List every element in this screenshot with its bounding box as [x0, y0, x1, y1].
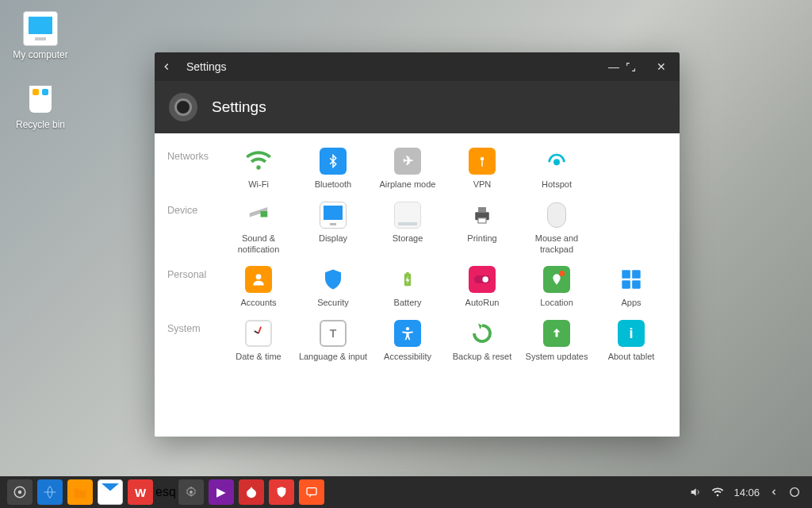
computer-icon [23, 11, 58, 46]
minimize-button[interactable]: — [602, 60, 626, 73]
taskbar-browser[interactable] [37, 479, 63, 505]
svg-rect-2 [261, 211, 268, 217]
system-tray: 14:06 [689, 486, 807, 498]
settings-content: Networks Wi-Fi Bluetooth [155, 133, 680, 437]
item-hotspot[interactable]: Hotspot [521, 144, 592, 194]
item-about[interactable]: i About tablet [596, 317, 667, 366]
info-icon: i [618, 320, 645, 347]
bluetooth-icon [320, 148, 347, 175]
clock-icon [245, 320, 272, 347]
item-label: Sound & notification [223, 233, 294, 256]
item-display[interactable]: Display [297, 198, 369, 259]
recycle-bin-icon [23, 81, 58, 116]
close-button[interactable]: ✕ [649, 60, 673, 73]
item-bluetooth[interactable]: Bluetooth [297, 144, 369, 194]
header-title: Settings [212, 98, 266, 116]
item-backup[interactable]: Backup & reset [446, 317, 518, 366]
svg-rect-11 [622, 271, 630, 279]
tray-clock[interactable]: 14:06 [733, 487, 760, 498]
item-accounts[interactable]: Accounts [223, 263, 294, 312]
taskbar: W esq ▶ 14:06 [0, 476, 812, 508]
desktop-icon-label: My computer [5, 49, 76, 60]
hotspot-icon [543, 148, 570, 175]
display-icon [320, 202, 347, 229]
backup-icon [469, 320, 496, 347]
settings-header: Settings [155, 81, 680, 133]
mouse-icon [543, 202, 570, 229]
item-date-time[interactable]: Date & time [223, 317, 294, 366]
item-mouse[interactable]: Mouse and trackpad [521, 198, 592, 259]
desktop-icon-my-computer[interactable]: My computer [5, 11, 76, 60]
window-title: Settings [183, 60, 602, 73]
shield-icon [320, 266, 347, 293]
tray-volume-icon[interactable] [689, 486, 702, 498]
tray-wifi-icon[interactable] [711, 487, 724, 498]
item-label: Wi-Fi [223, 179, 294, 190]
item-label: Storage [372, 233, 443, 244]
item-label: Airplane mode [372, 179, 443, 190]
item-security[interactable]: Security [297, 263, 369, 312]
taskbar-files[interactable] [67, 479, 93, 505]
wifi-icon [245, 148, 272, 175]
autorun-icon [469, 266, 496, 293]
taskbar-pdf[interactable] [239, 479, 264, 505]
item-printing[interactable]: Printing [446, 198, 518, 259]
section-personal: Personal Accounts Security [167, 263, 667, 312]
item-airplane-mode[interactable]: ✈ Airplane mode [372, 144, 443, 194]
language-icon: T [320, 320, 347, 347]
svg-rect-13 [622, 280, 630, 289]
accounts-icon [245, 266, 272, 293]
start-button[interactable] [7, 479, 33, 505]
section-networks: Networks Wi-Fi Bluetooth [167, 144, 667, 194]
item-label: Apps [596, 298, 667, 309]
titlebar[interactable]: Settings — ✕ [155, 52, 680, 81]
back-button[interactable] [161, 61, 183, 72]
taskbar-chat[interactable] [299, 479, 324, 505]
apps-icon [618, 266, 645, 293]
item-label: Language & input [297, 352, 369, 363]
airplane-icon: ✈ [394, 148, 421, 175]
printer-icon [469, 202, 496, 229]
svg-rect-8 [406, 272, 408, 275]
taskbar-media[interactable]: ▶ [209, 479, 234, 505]
tray-home-icon[interactable] [788, 486, 801, 498]
update-icon [543, 320, 570, 347]
gear-icon [169, 93, 197, 121]
taskbar-security[interactable] [269, 479, 294, 505]
svg-point-15 [406, 327, 409, 330]
tray-back-icon[interactable] [769, 487, 779, 498]
desktop-icon-recycle-bin[interactable]: Recycle bin [5, 81, 76, 130]
item-location[interactable]: Location [521, 263, 592, 312]
section-system: System Date & time T Language & input [167, 317, 667, 366]
svg-point-10 [482, 277, 488, 283]
item-label: Printing [446, 233, 518, 244]
settings-window: Settings — ✕ Settings Networks Wi- [155, 52, 680, 437]
taskbar-settings[interactable] [178, 479, 204, 505]
item-sound[interactable]: Sound & notification [223, 198, 294, 259]
item-label: Battery [372, 298, 443, 309]
taskbar-mail[interactable] [98, 479, 123, 505]
item-label: Security [297, 298, 369, 309]
item-label: Mouse and trackpad [521, 233, 592, 256]
item-wifi[interactable]: Wi-Fi [223, 144, 294, 194]
item-language[interactable]: T Language & input [297, 317, 369, 366]
svg-point-1 [553, 159, 560, 165]
item-autorun[interactable]: AutoRun [446, 263, 518, 312]
item-apps[interactable]: Apps [596, 263, 667, 312]
item-label: Accounts [223, 298, 294, 309]
item-label: Display [297, 233, 369, 244]
item-vpn[interactable]: VPN [446, 144, 518, 194]
svg-point-0 [481, 157, 485, 161]
item-label: System updates [521, 352, 592, 363]
taskbar-wps[interactable]: W [128, 479, 153, 505]
maximize-button[interactable] [626, 62, 649, 72]
item-label: AutoRun [446, 298, 518, 309]
item-storage[interactable]: Storage [372, 198, 443, 259]
svg-point-17 [18, 491, 22, 495]
item-updates[interactable]: System updates [521, 317, 592, 366]
item-accessibility[interactable]: Accessibility [372, 317, 443, 366]
item-battery[interactable]: Battery [372, 263, 443, 312]
battery-icon [394, 266, 421, 293]
svg-rect-4 [478, 207, 486, 212]
svg-point-6 [256, 275, 262, 280]
